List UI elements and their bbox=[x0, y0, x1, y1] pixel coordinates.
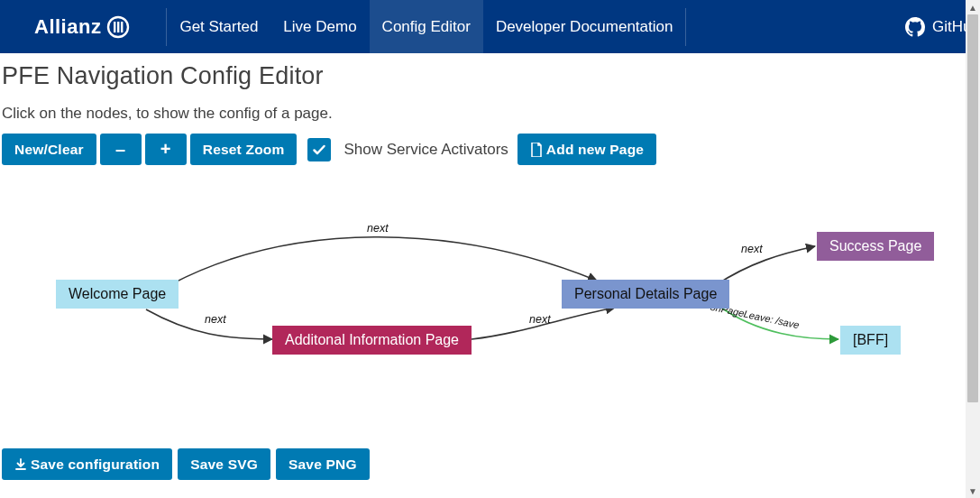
nav-get-started[interactable]: Get Started bbox=[167, 0, 270, 53]
svg-rect-2 bbox=[117, 22, 119, 32]
file-icon bbox=[530, 143, 543, 157]
edge-label: next bbox=[529, 313, 551, 326]
nav-live-demo[interactable]: Live Demo bbox=[270, 0, 369, 53]
allianz-logo-icon bbox=[106, 15, 130, 39]
brand-logo[interactable]: Allianz bbox=[0, 15, 166, 39]
diagram[interactable]: next next next next onPageLeave: /save W… bbox=[2, 172, 978, 425]
download-icon bbox=[14, 458, 27, 471]
page-title: PFE Navigation Config Editor bbox=[2, 62, 978, 90]
show-sa-checkbox[interactable] bbox=[307, 138, 331, 161]
page-body: PFE Navigation Config Editor Click on th… bbox=[0, 53, 980, 425]
top-nav: Allianz Get Started Live Demo Config Edi… bbox=[0, 0, 980, 53]
add-page-button[interactable]: Add new Page bbox=[517, 134, 656, 165]
save-config-button[interactable]: Save configuration bbox=[2, 448, 172, 480]
add-page-label: Add new Page bbox=[546, 142, 644, 158]
node-additional[interactable]: Additonal Information Page bbox=[272, 326, 472, 355]
reset-zoom-button[interactable]: Reset Zoom bbox=[190, 134, 298, 165]
nav-links: Get Started Live Demo Config Editor Deve… bbox=[167, 0, 685, 53]
new-clear-button[interactable]: New/Clear bbox=[2, 134, 96, 165]
node-bff[interactable]: [BFF] bbox=[840, 326, 901, 355]
node-welcome[interactable]: Welcome Page bbox=[56, 280, 179, 309]
scroll-down-icon[interactable]: ▼ bbox=[966, 484, 980, 498]
zoom-out-button[interactable]: – bbox=[100, 134, 142, 165]
github-icon bbox=[905, 17, 925, 37]
brand-name: Allianz bbox=[34, 15, 101, 39]
save-svg-button[interactable]: Save SVG bbox=[178, 448, 270, 480]
toolbar: New/Clear – + Reset Zoom Show Service Ac… bbox=[2, 134, 978, 165]
nav-config-editor[interactable]: Config Editor bbox=[370, 0, 483, 53]
nav-dev-docs[interactable]: Developer Documentation bbox=[483, 0, 686, 53]
scrollbar[interactable]: ▲ ▼ bbox=[966, 0, 980, 498]
zoom-in-button[interactable]: + bbox=[145, 134, 187, 165]
save-config-label: Save configuration bbox=[31, 456, 160, 473]
nav-separator bbox=[685, 8, 686, 46]
save-png-button[interactable]: Save PNG bbox=[276, 448, 370, 480]
edge-label: next bbox=[367, 222, 389, 235]
node-success[interactable]: Success Page bbox=[817, 232, 934, 261]
check-icon bbox=[312, 143, 326, 157]
svg-rect-3 bbox=[121, 22, 123, 32]
scroll-thumb[interactable] bbox=[967, 14, 978, 402]
page-hint: Click on the nodes, to show the config o… bbox=[2, 105, 978, 123]
svg-rect-1 bbox=[114, 22, 115, 32]
show-sa-label: Show Service Activators bbox=[343, 141, 508, 159]
edge-label: next bbox=[205, 313, 226, 326]
node-personal[interactable]: Personal Details Page bbox=[562, 280, 729, 309]
scroll-up-icon[interactable]: ▲ bbox=[966, 0, 980, 14]
bottom-bar: Save configuration Save SVG Save PNG bbox=[2, 448, 370, 480]
edge-label: next bbox=[741, 243, 763, 255]
